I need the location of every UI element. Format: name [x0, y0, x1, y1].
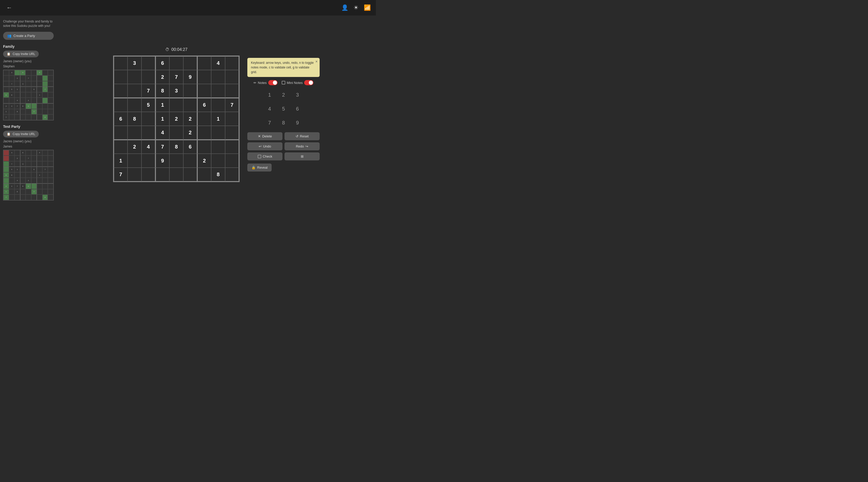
sudoku-cell[interactable]: [225, 56, 239, 70]
sudoku-cell[interactable]: [197, 168, 211, 182]
sudoku-cell[interactable]: 3: [128, 56, 142, 70]
sudoku-cell[interactable]: 5: [142, 98, 155, 112]
check-button[interactable]: Check: [247, 152, 282, 160]
sudoku-cell[interactable]: [169, 126, 183, 140]
sudoku-cell[interactable]: [128, 126, 142, 140]
test-copy-url-button[interactable]: 📋 Copy Invite URL: [3, 131, 39, 138]
numpad-3-button[interactable]: 3: [291, 88, 304, 101]
create-party-button[interactable]: 👥 Create a Party: [3, 32, 54, 40]
wifi-icon[interactable]: 📶: [364, 4, 371, 11]
numpad-4-button[interactable]: 4: [263, 102, 276, 115]
sudoku-cell[interactable]: 4: [211, 56, 225, 70]
sudoku-cell[interactable]: 7: [225, 98, 239, 112]
numpad-6-button[interactable]: 6: [291, 102, 304, 115]
sudoku-cell[interactable]: [225, 112, 239, 126]
sudoku-cell[interactable]: 6: [114, 112, 128, 126]
reveal-button[interactable]: 🔒 Reveal: [247, 163, 272, 172]
back-button[interactable]: ←: [5, 3, 13, 12]
sudoku-cell[interactable]: [142, 126, 155, 140]
sudoku-cell[interactable]: 1: [114, 154, 128, 168]
sudoku-cell[interactable]: 4: [142, 140, 155, 154]
sudoku-cell[interactable]: [114, 56, 128, 70]
sudoku-cell[interactable]: [169, 168, 183, 182]
sudoku-cell[interactable]: 7: [169, 70, 183, 84]
sudoku-cell[interactable]: [128, 98, 142, 112]
sudoku-cell[interactable]: [128, 154, 142, 168]
sudoku-cell[interactable]: [128, 168, 142, 182]
sudoku-cell[interactable]: [225, 140, 239, 154]
delete-button[interactable]: ✕ Delete: [247, 132, 282, 140]
sudoku-cell[interactable]: 9: [155, 154, 169, 168]
sudoku-cell[interactable]: [183, 98, 197, 112]
sudoku-cell[interactable]: [197, 70, 211, 84]
numpad-9-button[interactable]: 9: [291, 116, 304, 129]
sudoku-cell[interactable]: 6: [183, 140, 197, 154]
mini-notes-toggle[interactable]: [304, 80, 313, 85]
sudoku-grid[interactable]: 3642797835167681221422478619278: [113, 56, 240, 182]
sudoku-cell[interactable]: [183, 56, 197, 70]
sudoku-cell[interactable]: [211, 70, 225, 84]
sudoku-cell[interactable]: 8: [211, 168, 225, 182]
sudoku-cell[interactable]: 2: [155, 70, 169, 84]
sudoku-cell[interactable]: [225, 154, 239, 168]
sudoku-cell[interactable]: [142, 70, 155, 84]
sudoku-cell[interactable]: [142, 168, 155, 182]
sudoku-cell[interactable]: [211, 154, 225, 168]
sudoku-cell[interactable]: [142, 56, 155, 70]
brightness-icon[interactable]: ☀: [353, 4, 359, 11]
sudoku-cell[interactable]: [114, 140, 128, 154]
sudoku-cell[interactable]: [197, 84, 211, 98]
sudoku-cell[interactable]: [128, 84, 142, 98]
sudoku-cell[interactable]: 1: [155, 112, 169, 126]
sudoku-cell[interactable]: 2: [183, 112, 197, 126]
sudoku-cell[interactable]: [183, 168, 197, 182]
sudoku-cell[interactable]: [114, 126, 128, 140]
tooltip-close-button[interactable]: ×: [315, 59, 317, 64]
sudoku-cell[interactable]: 7: [114, 168, 128, 182]
sudoku-cell[interactable]: 6: [155, 56, 169, 70]
sudoku-cell[interactable]: 8: [155, 84, 169, 98]
sudoku-cell[interactable]: 1: [211, 112, 225, 126]
sudoku-cell[interactable]: [225, 168, 239, 182]
sudoku-cell[interactable]: [169, 98, 183, 112]
reset-button[interactable]: ↺ Reset: [284, 132, 320, 140]
sudoku-cell[interactable]: [197, 126, 211, 140]
sudoku-cell[interactable]: [155, 168, 169, 182]
sudoku-cell[interactable]: [225, 84, 239, 98]
sudoku-cell[interactable]: 4: [155, 126, 169, 140]
sudoku-cell[interactable]: 9: [183, 70, 197, 84]
notes-toggle[interactable]: [268, 80, 278, 85]
sudoku-cell[interactable]: [211, 140, 225, 154]
sudoku-cell[interactable]: 1: [155, 98, 169, 112]
sudoku-cell[interactable]: 3: [169, 84, 183, 98]
numpad-1-button[interactable]: 1: [263, 88, 276, 101]
sudoku-cell[interactable]: [183, 84, 197, 98]
numpad-7-button[interactable]: 7: [263, 116, 276, 129]
numpad-8-button[interactable]: 8: [277, 116, 290, 129]
sudoku-cell[interactable]: [128, 70, 142, 84]
sudoku-cell[interactable]: 7: [155, 140, 169, 154]
sudoku-cell[interactable]: [225, 70, 239, 84]
sudoku-cell[interactable]: [142, 112, 155, 126]
profile-icon[interactable]: 👤: [341, 4, 348, 11]
sudoku-cell[interactable]: 2: [183, 126, 197, 140]
sudoku-cell[interactable]: [183, 154, 197, 168]
sudoku-cell[interactable]: 8: [128, 112, 142, 126]
family-copy-url-button[interactable]: 📋 Copy Invite URL: [3, 51, 39, 57]
sudoku-cell[interactable]: [225, 126, 239, 140]
sudoku-cell[interactable]: [142, 154, 155, 168]
sudoku-cell[interactable]: 6: [197, 98, 211, 112]
sudoku-cell[interactable]: [169, 154, 183, 168]
sudoku-cell[interactable]: 2: [128, 140, 142, 154]
sudoku-cell[interactable]: 7: [142, 84, 155, 98]
sudoku-cell[interactable]: [197, 140, 211, 154]
sudoku-cell[interactable]: [114, 70, 128, 84]
redo-button[interactable]: Redo ↪: [284, 142, 320, 150]
grid-check-button[interactable]: ⊞: [284, 152, 320, 160]
sudoku-cell[interactable]: [114, 84, 128, 98]
sudoku-cell[interactable]: [114, 98, 128, 112]
numpad-2-button[interactable]: 2: [277, 88, 290, 101]
sudoku-cell[interactable]: [197, 56, 211, 70]
sudoku-cell[interactable]: [211, 98, 225, 112]
numpad-5-button[interactable]: 5: [277, 102, 290, 115]
